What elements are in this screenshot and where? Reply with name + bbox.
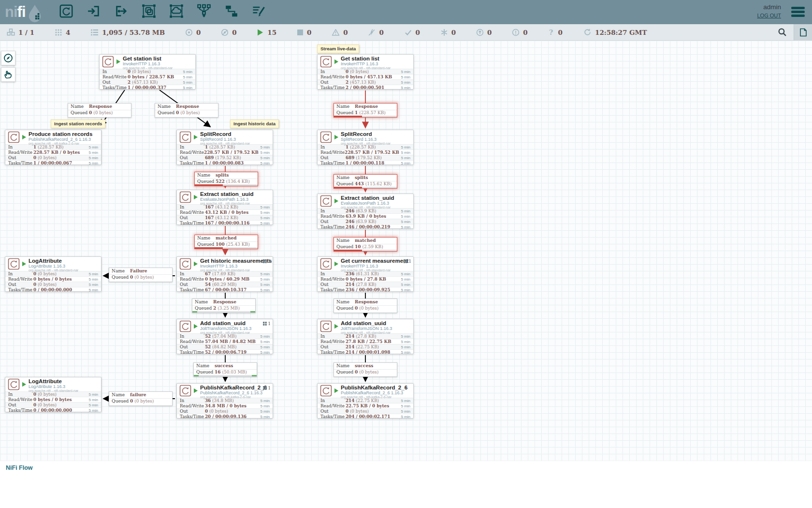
flow-canvas[interactable]: Stream live-dataIngest station recordsIn… [0,41,812,474]
processor[interactable]: Extract station_uuid EvaluateJsonPath 1.… [317,194,414,229]
processor[interactable]: Get station list InvokeHTTP 1.16.3 org.a… [99,54,196,90]
user-area: admin LOG OUT [757,3,781,18]
connection-queued: 443 (115.62 KB) [355,181,392,186]
processor-type: InvokeHTTP 1.16.3 [123,61,195,66]
connection-name: Failure [130,269,147,273]
new-process-group-button[interactable] [141,4,157,20]
connection-label[interactable]: Name success Queued 16 (50.03 MB) [193,362,257,377]
stat-row-read-write: Read/Write 57.04 MB / 84.82 MB 5 min [177,339,273,344]
search-button[interactable] [778,28,787,37]
connection-label[interactable]: Name splits Queued 522 (136.4 KB) [194,172,258,186]
new-output-port-button[interactable] [114,4,129,20]
stat-row-tasks-time: Tasks/Time 214 / 00:00:01.098 5 min [318,349,413,355]
new-label-button[interactable] [251,4,267,20]
connection-label[interactable]: Name Response Queued 0 (0 bytes) [334,299,397,313]
status-items: 1 / 1 4 1,095 / 53.78 MB 0 0 15 [7,28,563,36]
global-menu-button[interactable] [791,5,805,20]
processor-header: Get station list InvokeHTTP 1.16.3 org.a… [318,55,413,69]
processor-header: SplitRecord SplitRecord 1.16.3 org.apach… [177,130,273,144]
processor-header: LogAttribute LogAttribute 1.16.3 org.apa… [5,377,101,391]
connection-queued: 2 (3.25 MB) [213,306,240,311]
tool-template-icon [224,4,239,20]
connection-label[interactable]: Name matched Queued 100 (25.43 KB) [194,235,258,249]
processor-type: EvaluateJsonPath 1.16.3 [341,201,413,206]
processor[interactable]: LogAttribute LogAttribute 1.16.3 org.apa… [5,256,102,292]
tasks-grid-icon [263,322,267,326]
processor-bundle: org.apache.nifi - nifi-standard-nar [29,269,101,272]
processor[interactable]: PublishKafkaRecord_2_6 PublishKafkaRecor… [176,383,273,418]
processor-header: Produce station records PublishKafkaReco… [5,130,101,144]
backpressure-bar [68,116,131,117]
new-template-button[interactable] [224,4,239,20]
stat-row-out: Out 0 (0 bytes) 5 min [5,402,101,407]
processor[interactable]: SplitRecord SplitRecord 1.16.3 org.apach… [317,130,414,165]
connection-label[interactable]: Name Response Queued 2 (3.25 MB) [192,299,256,313]
processor[interactable]: LogAttribute LogAttribute 1.16.3 org.apa… [5,377,102,412]
birdseye-toggle-button[interactable] [794,24,812,41]
stat-row-tasks-time: Tasks/Time 236 / 00:00:09.925 5 min [318,287,413,292]
running-status-icon [334,388,339,393]
processor-bundle: org.apache.nifi - nifi-kafka-2-6-nar [341,395,413,399]
processor-bundle: org.apache.nifi - nifi-kafka-2-6-nar [29,142,101,145]
processor[interactable]: Add station_uuid JoltTransformJSON 1.16.… [176,319,273,354]
processor[interactable]: Add station_uuid JoltTransformJSON 1.16.… [317,319,414,354]
backpressure-bar [334,375,397,376]
processor[interactable]: SplitRecord SplitRecord 1.16.3 org.apach… [176,130,273,165]
processor-name: PublishKafkaRecord_2_6 [341,385,413,390]
processor-type: PublishKafkaRecord_2_6 1.16.3 [200,390,273,395]
new-processor-button[interactable] [58,4,74,20]
processor-type: InvokeHTTP 1.16.3 [200,264,273,269]
processor[interactable]: Get historic measurements InvokeHTTP 1.1… [176,256,273,292]
operate-palette-button[interactable] [1,67,15,82]
new-funnel-button[interactable] [196,4,212,20]
connection-label[interactable]: Name matched Queued 10 (2.59 KB) [334,237,397,252]
refresh-status: 12:58:27 GMT [584,29,647,36]
navigate-palette-button[interactable] [1,51,15,65]
processor-type: SplitRecord 1.16.3 [200,137,273,142]
processor-type: PublishKafkaRecord_2_6 1.16.3 [341,390,413,395]
backpressure-bar [334,116,397,117]
processor-type: LogAttribute 1.16.3 [29,384,101,389]
connection-label[interactable]: Name Failure Queued 0 (0 bytes) [109,268,173,282]
processor-header: Get station list InvokeHTTP 1.16.3 org.a… [100,55,195,69]
stat-row-out: Out 54 (60.29 MB) 5 min [177,282,273,287]
processor[interactable]: Produce station records PublishKafkaReco… [5,130,102,165]
new-input-port-button[interactable] [86,4,102,20]
canvas-label[interactable]: Ingest historic data [230,120,279,128]
processor-header: LogAttribute LogAttribute 1.16.3 org.apa… [5,257,101,271]
logout-link[interactable]: LOG OUT [757,13,781,18]
running-status: 15 [257,29,276,36]
processor-name: Get station list [123,56,195,61]
stat-row-read-write: Read/Write 27.8 KB / 22.75 KB 5 min [318,339,413,344]
new-remote-process-group-button[interactable] [169,4,184,20]
cluster-icon [7,28,15,36]
connection-label[interactable]: Name Response Queued 0 (0 bytes) [68,103,131,118]
processor-name: Extract station_uuid [341,195,413,201]
processor[interactable]: Get current measurement InvokeHTTP 1.16.… [317,256,414,292]
processor-icon [179,131,191,143]
connection-name: Response [355,104,378,109]
processor[interactable]: Extract station_uuid EvaluateJsonPath 1.… [176,190,273,225]
processor[interactable]: PublishKafkaRecord_2_6 PublishKafkaRecor… [317,383,414,418]
processor-name: Get historic measurements [200,258,273,264]
backpressure-bar [334,250,397,251]
canvas-label[interactable]: Ingest station records [51,120,105,128]
breadcrumb-bar: NiFi Flow [0,461,812,474]
breadcrumb[interactable]: NiFi Flow [6,464,33,471]
stat-row-out: Out 689 (179.52 KB) 5 min [177,155,273,160]
processor-header: PublishKafkaRecord_2_6 PublishKafkaRecor… [177,384,273,398]
connection-label[interactable]: Name failure Queued 0 (0 bytes) [109,391,173,406]
connection-label[interactable]: Name success Queued 0 (0 bytes) [334,362,397,377]
connection-label[interactable]: Name Response Queued 1 (228.57 KB) [334,103,397,118]
connection-label[interactable]: Name splits Queued 443 (115.62 KB) [334,174,397,189]
stat-row-read-write: Read/Write 0 bytes / 457.13 KB 5 min [318,74,413,79]
processor-header: Extract station_uuid EvaluateJsonPath 1.… [318,194,413,208]
processor[interactable]: Get station list InvokeHTTP 1.16.3 org.a… [317,54,414,90]
processor-type: LogAttribute 1.16.3 [29,264,101,269]
connection-label[interactable]: Name Response Queued 0 (0 bytes) [155,103,218,118]
refresh-icon[interactable] [584,29,591,36]
processor-bundle: org.apache.nifi - nifi-standard-nar [200,142,273,145]
tool-output-port-icon [114,4,129,20]
cluster-status: 1 / 1 [7,28,34,36]
canvas-label[interactable]: Stream live-data [317,45,359,53]
